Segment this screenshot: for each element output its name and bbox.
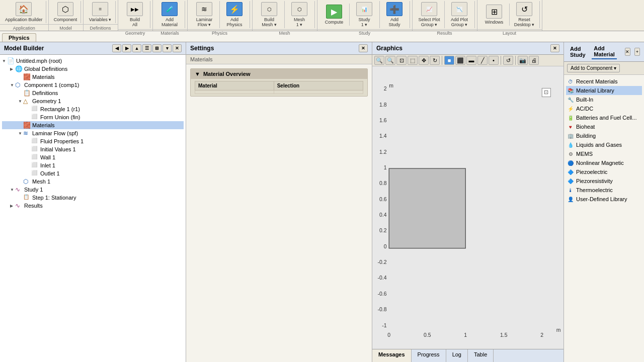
add-plot-group-button[interactable]: 📉 Add PlotGroup ▾ [445,1,475,28]
nav-close-button[interactable]: ✕ [173,44,182,52]
add-material-button[interactable]: 🧪 AddMaterial [155,1,185,28]
compute-button[interactable]: ▶ Compute [319,4,350,26]
nav-list-view-button[interactable]: ☰ [142,44,151,52]
tree-item-inlet1[interactable]: ⬜ Inlet 1 [2,161,184,169]
tree-item-wall1[interactable]: ⬜ Wall 1 [2,153,184,161]
application-builder-button[interactable]: 🏠 Application Builder [2,1,46,23]
tab-messages[interactable]: Messages [372,349,412,362]
mat-item-thermoelectric[interactable]: 🌡 Thermoelectric [566,186,642,195]
tree-icon-comp1: ⬡ [15,81,23,88]
nav-up-button[interactable]: ▲ [132,44,141,52]
add-physics-button[interactable]: ⚡ AddPhysics [220,1,250,28]
section-label-physics: Physics [188,29,252,37]
windows-button[interactable]: ⊞ Windows [479,4,510,26]
graphics-nav-close[interactable]: ✕ [550,44,559,52]
tree-item-outlet1[interactable]: ⬜ Outlet 1 [2,169,184,177]
tree-item-root[interactable]: ▼ 📄 Untitled.mph (root) [2,57,184,65]
mat-item-user-defined[interactable]: 👤 User-Defined Library [566,195,642,204]
zoom-window-button[interactable]: ⬚ [408,56,418,65]
mat-item-batteries[interactable]: 🔋 Batteries and Fuel Cell... [566,113,642,122]
mat-item-piezoelectric[interactable]: 🔷 Piezoelectric [566,167,642,176]
zoom-in-button[interactable]: 🔍 [374,56,384,65]
reset-view-button[interactable]: ↺ [503,56,513,65]
select-boundary-button[interactable]: ▬ [466,56,476,65]
tab-table[interactable]: Table [468,349,494,362]
select-edge-button[interactable]: ╱ [477,56,488,65]
bioheat-icon: ♥ [567,123,574,130]
study-label: Study1 ▾ [359,17,370,27]
variables-label: Variables ▾ [89,17,111,22]
select-plot-button[interactable]: 📈 Select PlotGroup ▾ [415,1,445,28]
zoom-extents-button[interactable]: ⊡ [396,56,407,65]
reset-desktop-button[interactable]: ↺ ResetDesktop ▾ [510,1,540,28]
graphics-toolbar: 🔍 🔍 ⊡ ⬚ ✥ ↻ ■ ⬛ ▬ ╱ • ↺ 📷 🖨 [372,55,564,66]
tree-label-geo1: Geometry 1 [32,98,61,104]
nav-tree-view-button[interactable]: ⊞ [152,44,162,52]
zoom-out-button[interactable]: 🔍 [385,56,395,65]
mat-item-liquids-gases[interactable]: 💧 Liquids and Gases [566,140,642,149]
mat-item-nonlinear-magnetic[interactable]: 🔵 Nonlinear Magnetic [566,158,642,167]
tab-progress[interactable]: Progress [412,349,446,362]
print-button[interactable]: 🖨 [529,56,539,65]
tree-item-materials[interactable]: 🧱 Materials [2,121,184,129]
mat-item-built-in[interactable]: 🔧 Built-In [566,95,642,104]
tree-item-definitions[interactable]: 📋 Definitions [2,89,184,97]
settings-nav-close[interactable]: ✕ [359,44,368,52]
nav-options-button[interactable]: ▾ [163,44,172,52]
tree-item-study1[interactable]: ▼ ∿ Study 1 [2,186,184,194]
nav-back-button[interactable]: ◀ [112,44,121,52]
component-button[interactable]: ⬡ Component [51,1,81,23]
select-domain-button[interactable]: ⬛ [455,56,465,65]
nav-forward-button[interactable]: ▶ [122,44,131,52]
laminar-flow-button[interactable]: ≋ LaminarFlow ▾ [190,1,220,28]
tree-item-results[interactable]: ▶ ∿ Results [2,202,184,210]
select-all-button[interactable]: ■ [444,56,454,65]
mat-item-piezoresistivity[interactable]: 🔷 Piezoresistivity [566,176,642,186]
settings-section-toggle[interactable]: ▼ Material Overview [191,69,367,79]
right-panel-expand[interactable]: + [634,48,640,56]
tree-item-geometry1[interactable]: ▼ △ Geometry 1 [2,97,184,105]
mesh1-button[interactable]: ⬡ Mesh1 ▾ [285,1,315,28]
section-label-layout: Layout [477,29,542,37]
mat-item-building[interactable]: 🏢 Building [566,131,642,140]
tree-label-global: Global Definitions [24,66,67,72]
tree-item-mesh1[interactable]: ⬡ Mesh 1 [2,177,184,186]
right-tab-add-material[interactable]: Add Material [592,44,617,59]
svg-text:1.2: 1.2 [379,149,387,155]
add-to-component-button[interactable]: Add to Component ▾ [567,64,620,72]
tab-log[interactable]: Log [446,349,468,362]
mat-item-mems[interactable]: ⚙ MEMS [566,149,642,158]
tree-item-rectangle1[interactable]: ⬜ Rectangle 1 (r1) [2,105,184,113]
add-study-button[interactable]: ➕ AddStudy [380,1,410,28]
build-mesh-button[interactable]: ⬡ BuildMesh ▾ [255,1,285,28]
pan-button[interactable]: ✥ [419,56,429,65]
variables-button[interactable]: = Variables ▾ [86,1,116,23]
tree-item-comp1[interactable]: ▼ ⬡ Component 1 (comp1) [2,81,184,89]
graphics-canvas[interactable]: 2 1.8 1.6 1.4 1.2 1 0.8 0.6 0.4 0.2 0 -0… [372,66,564,349]
select-point-button[interactable]: • [489,56,499,65]
tree-icon-fu: ⬜ [31,114,39,121]
svg-text:1.5: 1.5 [500,332,508,338]
mat-item-recent-materials[interactable]: ⏱ Recent Materials [566,77,642,86]
laminar-flow-label: LaminarFlow ▾ [196,17,213,27]
tab-physics[interactable]: Physics [2,33,36,42]
study-button[interactable]: 📊 Study1 ▾ [350,1,380,28]
mat-item-ac-dc[interactable]: ⚡ AC/DC [566,104,642,113]
tree-item-global-defs[interactable]: ▶ 🌐 Global Definitions [2,65,184,73]
tree-item-fluid-props[interactable]: ⬜ Fluid Properties 1 [2,137,184,145]
right-tab-add-study[interactable]: Add Study [568,45,588,59]
tree-item-initial-vals[interactable]: ⬜ Initial Values 1 [2,145,184,153]
settings-subheader: Materials [186,55,372,64]
ac-dc-icon: ⚡ [567,105,574,112]
mat-item-bioheat[interactable]: ♥ Bioheat [566,122,642,131]
right-panel-close[interactable]: ✕ [625,48,630,56]
section-label-model: Model [49,24,83,32]
tree-item-form-union[interactable]: ⬜ Form Union (fin) [2,113,184,121]
screenshot-button[interactable]: 📷 [518,56,528,65]
mat-item-material-library[interactable]: 📚 Material Library [566,86,642,95]
tree-item-step1[interactable]: 📋 Step 1: Stationary [2,194,184,202]
rotate-button[interactable]: ↻ [430,56,440,65]
tree-item-materials-global[interactable]: 🧱 Materials [2,73,184,81]
build-all-button[interactable]: ▶▶ BuildAll [120,1,150,28]
tree-item-laminar-flow[interactable]: ▼ ≋ Laminar Flow (spf) [2,129,184,137]
